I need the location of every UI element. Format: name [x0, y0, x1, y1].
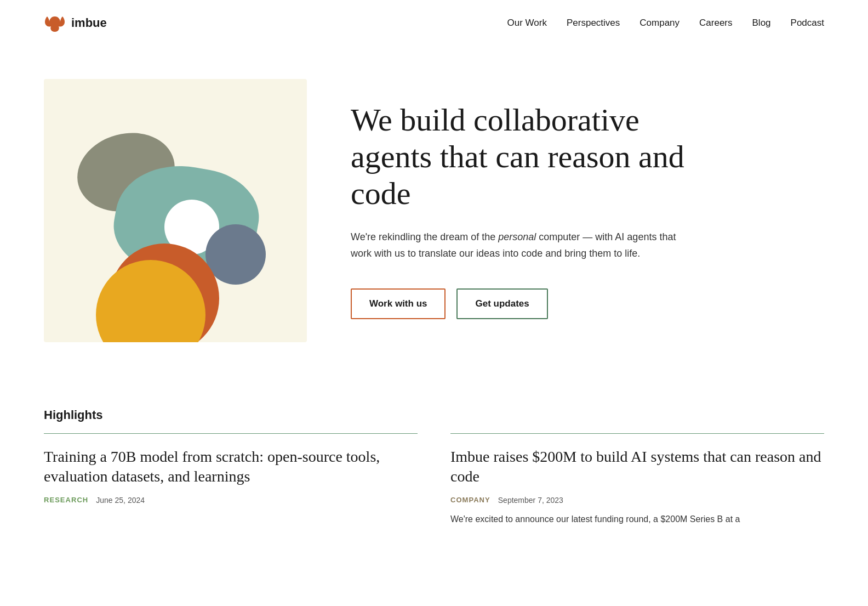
get-updates-button[interactable]: Get updates — [456, 288, 547, 319]
nav-our-work[interactable]: Our Work — [507, 18, 547, 28]
nav-careers[interactable]: Careers — [699, 18, 732, 28]
highlights-grid: Training a 70B model from scratch: open-… — [44, 433, 824, 526]
highlight-tag-0: RESEARCH — [44, 496, 88, 504]
hero-content: We build collaborative agents that can r… — [351, 102, 690, 319]
main-nav: imbue Our Work Perspectives Company Care… — [0, 0, 868, 46]
highlights-section: Highlights Training a 70B model from scr… — [0, 386, 868, 559]
work-with-us-button[interactable]: Work with us — [351, 288, 446, 319]
logo-icon — [44, 12, 66, 34]
nav-company[interactable]: Company — [639, 18, 679, 28]
highlight-meta-0: RESEARCH June 25, 2024 — [44, 496, 418, 505]
nav-links: Our Work Perspectives Company Careers Bl… — [507, 18, 824, 29]
highlight-link-0[interactable]: Training a 70B model from scratch: open-… — [44, 447, 418, 487]
blob-slate — [205, 224, 266, 285]
highlight-date-0: June 25, 2024 — [96, 496, 145, 505]
highlight-tag-1: COMPANY — [450, 496, 490, 504]
highlights-title: Highlights — [44, 408, 824, 422]
hero-illustration — [44, 79, 307, 342]
highlight-item-1: Imbue raises $200M to build AI systems t… — [450, 433, 824, 526]
hero-buttons: Work with us Get updates — [351, 288, 690, 319]
highlight-title-0: Training a 70B model from scratch: open-… — [44, 447, 418, 487]
highlight-date-1: September 7, 2023 — [498, 496, 563, 505]
highlight-link-1[interactable]: Imbue raises $200M to build AI systems t… — [450, 447, 824, 487]
highlight-title-1: Imbue raises $200M to build AI systems t… — [450, 447, 824, 487]
nav-blog[interactable]: Blog — [752, 18, 771, 28]
hero-title: We build collaborative agents that can r… — [351, 102, 690, 212]
hero-desc-part1: We're rekindling the dream of the — [351, 231, 498, 242]
hero-section: We build collaborative agents that can r… — [0, 46, 868, 386]
hero-description: We're rekindling the dream of the person… — [351, 229, 690, 262]
highlight-item-0: Training a 70B model from scratch: open-… — [44, 433, 418, 526]
nav-podcast[interactable]: Podcast — [791, 18, 824, 28]
logo-text: imbue — [71, 16, 107, 30]
logo-link[interactable]: imbue — [44, 12, 107, 34]
highlight-meta-1: COMPANY September 7, 2023 — [450, 496, 824, 505]
highlight-excerpt-1: We're excited to announce our latest fun… — [450, 512, 824, 526]
nav-perspectives[interactable]: Perspectives — [567, 18, 620, 28]
hero-desc-italic: personal — [498, 231, 536, 242]
